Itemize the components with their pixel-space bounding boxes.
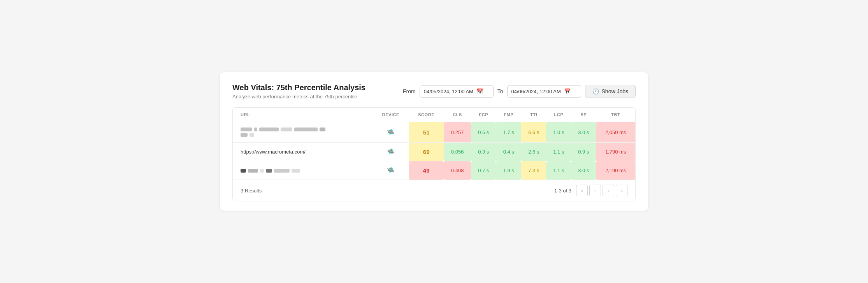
score-cell: 51	[409, 122, 444, 143]
col-header-tti: TTI	[521, 108, 546, 122]
data-table: URL DEVICE SCORE CLS FCP FMP TTI LCP SP …	[233, 108, 635, 180]
fmp-cell: 1.7 s	[496, 122, 521, 143]
col-header-sp: SP	[571, 108, 596, 122]
next-page-button[interactable]: ›	[603, 185, 614, 196]
url-cell: https://www.macrometa.com/	[233, 143, 373, 161]
to-calendar-icon: 📅	[564, 88, 571, 94]
col-header-fmp: FMP	[496, 108, 521, 122]
page-info: 1-3 of 3	[554, 188, 571, 194]
score-cell: 49	[409, 161, 444, 180]
clock-icon: 🕐	[592, 88, 599, 94]
device-cell: 🛸	[373, 122, 409, 143]
blurred-url	[241, 169, 369, 173]
monitor-icon: 🛸	[387, 129, 395, 136]
cls-cell: 0.408	[444, 161, 471, 180]
from-date-input[interactable]: 04/05/2024, 12:00 AM 📅	[420, 85, 494, 98]
table-wrapper: URL DEVICE SCORE CLS FCP FMP TTI LCP SP …	[232, 107, 636, 201]
device-cell: 🛸	[373, 161, 409, 180]
url-cell	[233, 161, 373, 180]
fmp-cell: 1.9 s	[496, 161, 521, 180]
results-count: 3 Results	[241, 188, 262, 194]
tbt-cell: 2,050 ms	[596, 122, 635, 143]
sp-cell: 0.9 s	[571, 143, 596, 161]
fcp-cell: 0.3 s	[471, 143, 496, 161]
url-cell	[233, 122, 373, 143]
blurred-url	[241, 128, 369, 137]
table-row: https://www.macrometa.com/🛸690.0560.3 s0…	[233, 143, 635, 161]
to-date-value: 04/06/2024, 12:00 AM	[511, 89, 561, 94]
lcp-cell: 1.1 s	[546, 143, 571, 161]
tti-cell: 6.6 s	[521, 122, 546, 143]
col-header-tbt: TBT	[596, 108, 635, 122]
tbt-cell: 1,790 ms	[596, 143, 635, 161]
tti-cell: 2.6 s	[521, 143, 546, 161]
to-date-input[interactable]: 04/06/2024, 12:00 AM 📅	[507, 85, 581, 98]
table-row: 🛸510.2570.5 s1.7 s6.6 s1.0 s3.0 s2,050 m…	[233, 122, 635, 143]
lcp-cell: 1.1 s	[546, 161, 571, 180]
tbt-cell: 2,190 ms	[596, 161, 635, 180]
lcp-cell: 1.0 s	[546, 122, 571, 143]
tti-cell: 7.3 s	[521, 161, 546, 180]
monitor-icon: 🛸	[387, 167, 395, 174]
last-page-button[interactable]: »	[616, 185, 627, 196]
title-block: Web Vitals: 75th Percentile Analysis Ana…	[232, 83, 365, 100]
col-header-fcp: FCP	[471, 108, 496, 122]
show-jobs-label: Show Jobs	[602, 88, 628, 94]
to-label: To	[497, 88, 503, 94]
table-header-row: URL DEVICE SCORE CLS FCP FMP TTI LCP SP …	[233, 108, 635, 122]
fmp-cell: 0.4 s	[496, 143, 521, 161]
header-row: Web Vitals: 75th Percentile Analysis Ana…	[232, 83, 636, 100]
col-header-lcp: LCP	[546, 108, 571, 122]
from-date-value: 04/05/2024, 12:00 AM	[424, 89, 473, 94]
score-cell: 69	[409, 143, 444, 161]
monitor-icon: 🛸	[387, 148, 395, 155]
col-header-cls: CLS	[444, 108, 471, 122]
col-header-url: URL	[233, 108, 373, 122]
sp-cell: 3.0 s	[571, 161, 596, 180]
pagination: 1-3 of 3 « ‹ › »	[554, 185, 627, 196]
col-header-device: DEVICE	[373, 108, 409, 122]
device-cell: 🛸	[373, 143, 409, 161]
cls-cell: 0.056	[444, 143, 471, 161]
controls: From 04/05/2024, 12:00 AM 📅 To 04/06/202…	[403, 85, 636, 98]
sp-cell: 3.0 s	[571, 122, 596, 143]
col-header-score: SCORE	[409, 108, 444, 122]
cls-cell: 0.257	[444, 122, 471, 143]
url-text: https://www.macrometa.com/	[241, 149, 306, 155]
table-row: 🛸490.4080.7 s1.9 s7.3 s1.1 s3.0 s2,190 m…	[233, 161, 635, 180]
page-title: Web Vitals: 75th Percentile Analysis	[232, 83, 365, 92]
main-container: Web Vitals: 75th Percentile Analysis Ana…	[220, 72, 648, 211]
page-subtitle: Analyze web performance metrics at the 7…	[232, 94, 365, 100]
from-label: From	[403, 88, 416, 94]
first-page-button[interactable]: «	[576, 185, 588, 196]
prev-page-button[interactable]: ‹	[589, 185, 601, 196]
table-footer: 3 Results 1-3 of 3 « ‹ › »	[233, 180, 635, 201]
from-calendar-icon: 📅	[476, 88, 483, 94]
fcp-cell: 0.5 s	[471, 122, 496, 143]
show-jobs-button[interactable]: 🕐 Show Jobs	[585, 85, 636, 98]
fcp-cell: 0.7 s	[471, 161, 496, 180]
